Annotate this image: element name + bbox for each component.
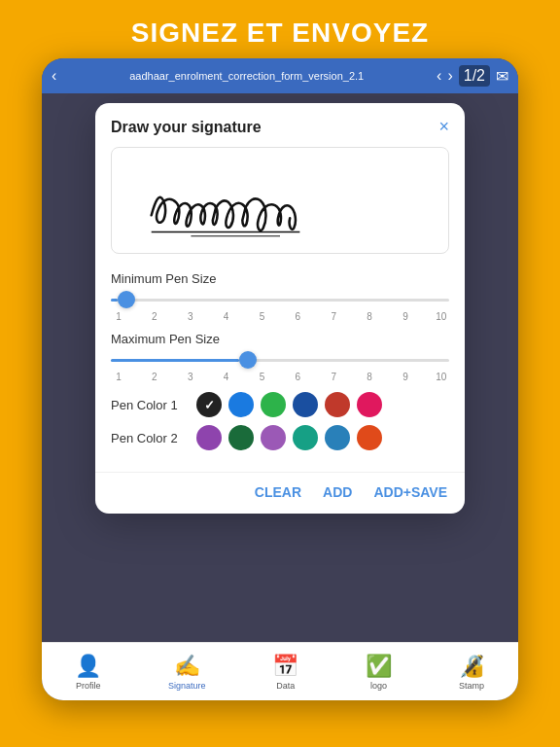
controls-area: Minimum Pen Size 1 2 3 4 5 [95, 266, 465, 472]
color2-cobalt[interactable] [325, 425, 350, 450]
nav-item-signature[interactable]: ✍️ Signature [168, 654, 206, 691]
page-badge: 1/2 [459, 65, 490, 87]
color2-purple[interactable] [196, 425, 222, 450]
next-page-button[interactable]: › [447, 67, 452, 85]
modal-header: Draw your signature × [95, 103, 465, 147]
color1-label: Pen Color 1 [111, 398, 189, 412]
min-pen-label: Minimum Pen Size [111, 271, 449, 286]
color1-dark-red[interactable] [325, 392, 350, 417]
nav-label-data: Data [276, 681, 295, 691]
color-row-1: Pen Color 1 [111, 392, 449, 417]
max-pen-size-row: Maximum Pen Size 1 2 3 4 5 [111, 332, 449, 382]
stamp-icon: 🔏 [459, 654, 485, 679]
nav-label-signature: Signature [168, 681, 206, 691]
max-slider-bar [111, 359, 449, 362]
top-banner: SIGNEZ ET ENVOYEZ [0, 0, 560, 58]
email-button[interactable]: ✉ [496, 67, 508, 86]
signature-canvas[interactable] [111, 147, 449, 254]
logo-icon: ✅ [366, 654, 392, 679]
color2-orange-red[interactable] [357, 425, 382, 450]
nav-label-logo: logo [370, 681, 387, 691]
max-pen-label: Maximum Pen Size [111, 332, 449, 346]
nav-item-data[interactable]: 📅 Data [272, 654, 298, 691]
signature-svg [112, 148, 448, 253]
device-content: Draw your signature × Minimum Pen Size [42, 93, 518, 642]
color1-blue[interactable] [228, 392, 254, 417]
prev-page-button[interactable]: ‹ [437, 67, 441, 85]
min-slider-thumb[interactable] [118, 291, 135, 308]
color1-black[interactable] [196, 392, 222, 417]
device-topbar: ‹ aadhaar_enrolment_correction_form_vers… [42, 58, 518, 93]
max-slider-fill [111, 359, 239, 362]
nav-item-stamp[interactable]: 🔏 Stamp [459, 654, 485, 691]
add-button[interactable]: ADD [321, 480, 354, 504]
color2-dark-green[interactable] [228, 425, 254, 450]
min-slider-bar [111, 299, 449, 302]
clear-button[interactable]: CLEAR [253, 480, 303, 504]
max-slider-ticks: 1 2 3 4 5 6 7 8 9 10 [111, 372, 449, 382]
color-row-2: Pen Color 2 [111, 425, 449, 450]
min-pen-size-row: Minimum Pen Size 1 2 3 4 5 [111, 271, 449, 322]
nav-label-profile: Profile [76, 681, 101, 691]
device-frame: ‹ aadhaar_enrolment_correction_form_vers… [42, 58, 518, 700]
min-slider-ticks: 1 2 3 4 5 6 7 8 9 10 [111, 311, 449, 322]
add-save-button[interactable]: ADD+SAVE [371, 480, 449, 504]
modal-title: Draw your signature [111, 119, 262, 136]
max-pen-slider[interactable] [111, 350, 449, 370]
modal-close-button[interactable]: × [438, 117, 449, 137]
back-button[interactable]: ‹ [52, 67, 56, 85]
color2-violet[interactable] [261, 425, 286, 450]
signature-modal: Draw your signature × Minimum Pen Size [95, 103, 465, 514]
color1-dark-blue[interactable] [293, 392, 318, 417]
bottom-nav: 👤 Profile ✍️ Signature 📅 Data ✅ logo 🔏 S… [42, 642, 518, 700]
profile-icon: 👤 [75, 654, 101, 679]
data-icon: 📅 [272, 654, 298, 679]
color2-dots [196, 425, 382, 450]
nav-item-logo[interactable]: ✅ logo [366, 654, 392, 691]
color1-pink-red[interactable] [357, 392, 382, 417]
min-slider-fill [111, 299, 118, 302]
modal-overlay: Draw your signature × Minimum Pen Size [42, 93, 518, 642]
max-slider-thumb[interactable] [239, 351, 257, 369]
color1-green[interactable] [261, 392, 286, 417]
filename-label: aadhaar_enrolment_correction_form_versio… [62, 70, 431, 82]
color2-teal[interactable] [293, 425, 318, 450]
banner-title: SIGNEZ ET ENVOYEZ [0, 18, 560, 49]
min-pen-slider[interactable] [111, 290, 449, 309]
nav-label-stamp: Stamp [459, 681, 484, 691]
nav-item-profile[interactable]: 👤 Profile [75, 654, 101, 691]
topbar-nav: ‹ › 1/2 ✉ [437, 65, 508, 87]
color1-dots [196, 392, 382, 417]
color2-label: Pen Color 2 [111, 431, 189, 445]
signature-icon: ✍️ [174, 654, 200, 679]
action-buttons: CLEAR ADD ADD+SAVE [95, 472, 465, 514]
